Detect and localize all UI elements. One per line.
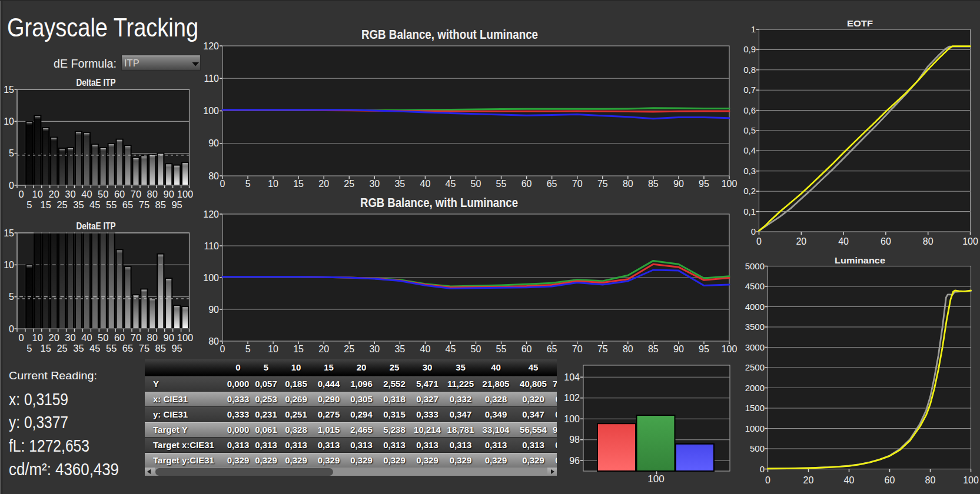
svg-text:90: 90 [208,305,219,315]
svg-text:75: 75 [597,179,608,189]
svg-text:0: 0 [220,344,225,354]
svg-text:DeltaE ITP: DeltaE ITP [77,78,116,88]
svg-text:0,1: 0,1 [743,206,756,216]
svg-text:10: 10 [32,189,43,199]
svg-text:35: 35 [73,199,84,210]
svg-text:25: 25 [57,199,67,210]
svg-text:2000: 2000 [745,383,765,393]
svg-text:80: 80 [623,344,633,354]
svg-text:60: 60 [881,236,891,246]
svg-text:20: 20 [318,344,329,354]
svg-text:90: 90 [673,344,684,354]
svg-text:55: 55 [496,344,507,354]
svg-text:10: 10 [4,116,14,126]
svg-text:500: 500 [750,443,765,453]
svg-text:3500: 3500 [745,322,765,332]
svg-text:45: 45 [446,344,456,354]
svg-text:100: 100 [177,332,194,343]
svg-text:100: 100 [647,473,664,485]
svg-text:3000: 3000 [745,342,765,352]
svg-text:5: 5 [26,343,32,353]
svg-text:Luminance: Luminance [835,255,885,265]
svg-text:1: 1 [751,24,756,34]
svg-text:95: 95 [171,343,182,353]
svg-text:85: 85 [648,344,659,354]
svg-text:102: 102 [564,393,580,403]
svg-text:35: 35 [73,343,84,353]
svg-text:50: 50 [471,344,481,354]
svg-text:65: 65 [122,343,133,353]
svg-text:100: 100 [722,179,738,189]
svg-text:5: 5 [245,179,251,189]
svg-text:RGB Balance, with Luminance: RGB Balance, with Luminance [360,195,518,210]
svg-text:80: 80 [925,475,936,485]
svg-text:35: 35 [394,179,405,189]
svg-text:15: 15 [4,85,14,95]
svg-text:55: 55 [496,179,507,189]
svg-text:90: 90 [208,138,219,148]
svg-text:15: 15 [293,179,304,189]
svg-text:0,6: 0,6 [743,105,756,115]
svg-text:100: 100 [564,414,580,424]
svg-text:120: 120 [203,209,219,219]
svg-text:5: 5 [26,199,32,210]
svg-text:100: 100 [962,236,978,246]
svg-text:95: 95 [699,179,709,189]
svg-text:50: 50 [98,332,108,343]
svg-text:0,2: 0,2 [743,186,756,196]
svg-text:60: 60 [114,332,125,343]
svg-text:Grayscale Tracking: Grayscale Tracking [7,12,198,42]
svg-text:5: 5 [245,344,251,354]
svg-text:20: 20 [49,332,59,343]
svg-text:dE Formula:: dE Formula: [54,57,117,70]
svg-text:80: 80 [147,332,158,343]
svg-text:15: 15 [4,228,14,238]
svg-text:0: 0 [220,179,225,189]
svg-text:x: 0,3159: x: 0,3159 [9,390,68,409]
svg-text:65: 65 [547,344,557,354]
svg-text:50: 50 [98,189,108,199]
svg-text:0,4: 0,4 [743,145,756,155]
svg-text:15: 15 [41,199,51,210]
svg-text:40: 40 [81,189,92,199]
svg-text:10: 10 [32,332,43,343]
svg-text:80: 80 [923,236,934,246]
svg-text:RGB Balance, without Luminance: RGB Balance, without Luminance [361,27,538,42]
svg-text:30: 30 [65,332,75,343]
svg-text:4500: 4500 [745,281,765,291]
svg-text:70: 70 [131,332,141,343]
svg-text:25: 25 [344,344,354,354]
svg-text:96: 96 [569,456,580,466]
svg-text:30: 30 [65,189,75,199]
svg-text:110: 110 [204,241,219,251]
svg-text:25: 25 [344,179,354,189]
svg-text:5: 5 [9,148,14,158]
svg-text:0,9: 0,9 [743,44,756,54]
svg-text:70: 70 [572,179,583,189]
svg-text:85: 85 [155,343,166,353]
svg-text:120: 120 [203,41,219,51]
svg-text:90: 90 [164,332,174,343]
svg-text:80: 80 [623,179,633,189]
svg-text:0: 0 [756,236,762,246]
svg-text:35: 35 [394,344,405,354]
svg-text:y: 0,3377: y: 0,3377 [9,413,68,432]
svg-text:85: 85 [648,179,659,189]
svg-text:80: 80 [208,171,219,181]
svg-text:1000: 1000 [745,423,765,433]
svg-text:60: 60 [521,179,532,189]
svg-text:98: 98 [569,435,580,445]
svg-text:0,7: 0,7 [743,85,756,95]
svg-text:20: 20 [796,236,806,246]
svg-text:85: 85 [155,199,166,210]
svg-text:DeltaE ITP: DeltaE ITP [77,221,116,231]
svg-text:110: 110 [204,74,219,84]
svg-text:45: 45 [446,179,456,189]
svg-text:100: 100 [203,273,219,283]
svg-text:10: 10 [4,260,14,270]
svg-text:90: 90 [673,179,684,189]
svg-text:0: 0 [9,324,14,334]
svg-text:100: 100 [963,475,979,485]
svg-text:40: 40 [420,179,431,189]
svg-text:10: 10 [268,179,278,189]
